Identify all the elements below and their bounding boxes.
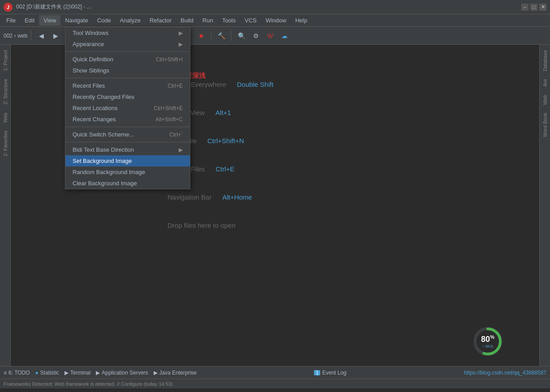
menu-analyze[interactable]: Analyze xyxy=(116,15,145,26)
terminal-label: Terminal xyxy=(70,370,90,376)
app-logo: J xyxy=(4,3,13,12)
menu-view[interactable]: View xyxy=(39,15,60,26)
sidebar-tab-favorites[interactable]: 2: Favorites xyxy=(1,127,9,160)
w-button[interactable]: W xyxy=(264,30,276,42)
menu-appearance[interactable]: Appearance ▶ xyxy=(65,38,190,50)
right-sidebar: Database Ant Web Word Book xyxy=(539,45,550,366)
todo-label: 6: TODO xyxy=(9,370,30,376)
gauge: 80% ↑ 0K/s xyxy=(472,326,503,357)
menu-file[interactable]: File xyxy=(2,15,20,26)
title-bar-title: 002 [D:\新建文件夹 (2)\002] - ... xyxy=(16,3,91,11)
sidebar-tab-web[interactable]: Web xyxy=(1,109,9,126)
separator xyxy=(65,127,190,127)
gauge-text: 80% ↑ 0K/s xyxy=(481,335,494,349)
sidebar-tab-ant[interactable]: Ant xyxy=(541,76,549,90)
app-servers-label: Application Servers xyxy=(102,370,148,376)
menu-navigate[interactable]: Navigate xyxy=(60,15,92,26)
status-bar: ≡ 6: TODO ● Statistic ▶ Terminal ▶ Appli… xyxy=(0,366,550,379)
toolbar-separator xyxy=(231,30,232,41)
menu-quick-definition[interactable]: Quick Definition Ctrl+Shift+I xyxy=(65,54,190,65)
menu-window[interactable]: Window xyxy=(261,15,291,26)
title-bar-left: J 002 [D:\新建文件夹 (2)\002] - ... xyxy=(4,3,91,12)
forward-button[interactable]: ▶ xyxy=(49,30,62,42)
status-todo[interactable]: ≡ 6: TODO xyxy=(4,370,30,376)
toolbar-separator xyxy=(211,30,211,41)
maximize-button[interactable]: □ xyxy=(530,4,537,11)
separator xyxy=(65,78,190,78)
separator xyxy=(65,142,190,142)
app-servers-icon: ▶ xyxy=(96,370,100,376)
toolbar-separator xyxy=(31,30,31,41)
menu-random-background[interactable]: Random Background Image xyxy=(65,166,190,178)
sidebar-tab-web-right[interactable]: Web xyxy=(541,91,549,108)
breadcrumb-web: web xyxy=(17,33,27,39)
close-button[interactable]: ✕ xyxy=(539,4,546,11)
gauge-percent-sign: % xyxy=(490,334,494,340)
cloud-button[interactable]: ☁ xyxy=(278,30,291,42)
left-sidebar: 1: Project Z: Structure Web 2: Favorites xyxy=(0,45,11,366)
menu-recent-files[interactable]: Recent Files Ctrl+E xyxy=(65,80,190,91)
event-log-label: Event Log xyxy=(322,370,346,376)
submenu-arrow: ▶ xyxy=(179,147,183,153)
menu-bidi-text[interactable]: Bidi Text Base Direction ▶ xyxy=(65,144,190,155)
menu-clear-background[interactable]: Clear Background Image xyxy=(65,178,190,189)
menu-recent-changes[interactable]: Recent Changes Alt+Shift+C xyxy=(65,114,190,125)
sidebar-tab-project[interactable]: 1: Project xyxy=(1,47,9,74)
menu-help[interactable]: Help xyxy=(291,15,312,26)
java-enterprise-label: Java Enterprise xyxy=(159,370,197,376)
menu-tool-windows[interactable]: Tool Windows ▶ xyxy=(65,27,190,38)
sidebar-tab-wordbook[interactable]: Word Book xyxy=(541,109,549,141)
back-button[interactable]: ◀ xyxy=(35,30,47,42)
menu-tools[interactable]: Tools xyxy=(218,15,240,26)
menu-recent-locations[interactable]: Recent Locations Ctrl+Shift+E xyxy=(65,102,190,114)
menu-vcs[interactable]: VCS xyxy=(240,15,261,26)
menu-build[interactable]: Build xyxy=(176,15,198,26)
submenu-arrow: ▶ xyxy=(179,41,183,47)
build-button[interactable]: 🔨 xyxy=(215,30,228,42)
shortcut-drop-files: Drop files here to open xyxy=(168,222,274,229)
java-enterprise-icon: ▶ xyxy=(154,370,158,376)
menu-show-siblings[interactable]: Show Siblings xyxy=(65,65,190,76)
status-url[interactable]: https://blog.csdn.net/qq_43688587 xyxy=(464,370,546,376)
menu-run[interactable]: Run xyxy=(198,15,218,26)
gauge-percent-value: 80 xyxy=(481,335,490,344)
shortcut-navigation-bar: Navigation Bar Alt+Home xyxy=(168,193,274,201)
menu-code[interactable]: Code xyxy=(93,15,116,26)
menu-refactor[interactable]: Refactor xyxy=(145,15,176,26)
status-statistic[interactable]: ● Statistic xyxy=(35,370,59,376)
terminal-icon: ▶ xyxy=(64,370,69,376)
sidebar-tab-structure[interactable]: Z: Structure xyxy=(1,75,9,108)
info-bar: Frameworks Detected: Web framework is de… xyxy=(0,379,550,388)
menu-recently-changed-files[interactable]: Recently Changed Files xyxy=(65,91,190,102)
view-dropdown-menu: Tool Windows ▶ Appearance ▶ Quick Defini… xyxy=(65,27,190,189)
event-log-count: 1 xyxy=(314,370,320,375)
statistic-icon: ● xyxy=(35,370,39,376)
minimize-button[interactable]: − xyxy=(521,4,529,11)
submenu-arrow: ▶ xyxy=(179,30,183,36)
status-terminal[interactable]: ▶ Terminal xyxy=(64,370,90,376)
settings-button[interactable]: ⚙ xyxy=(249,30,262,42)
menu-edit[interactable]: Edit xyxy=(20,15,39,26)
status-app-servers[interactable]: ▶ Application Servers xyxy=(96,370,148,376)
menu-set-background[interactable]: Set Background Image xyxy=(65,155,190,166)
separator xyxy=(65,51,190,52)
sidebar-tab-database[interactable]: Database xyxy=(541,47,549,75)
info-bar-text: Frameworks Detected: Web framework is de… xyxy=(4,381,173,387)
menu-quick-switch-scheme[interactable]: Quick Switch Scheme... Ctrl+` xyxy=(65,129,190,140)
status-java-enterprise[interactable]: ▶ Java Enterprise xyxy=(154,370,197,376)
gauge-subtitle: ↑ 0K/s xyxy=(481,344,494,349)
circular-gauge: 80% ↑ 0K/s xyxy=(472,326,503,357)
search-button[interactable]: 🔍 xyxy=(235,30,248,42)
title-bar-controls: − □ ✕ xyxy=(521,4,546,11)
todo-icon: ≡ xyxy=(4,370,7,376)
status-event-log[interactable]: 1 Event Log xyxy=(314,370,346,376)
breadcrumb: 002 › web xyxy=(4,33,27,39)
title-bar: J 002 [D:\新建文件夹 (2)\002] - ... − □ ✕ xyxy=(0,0,550,14)
breadcrumb-text: 002 › xyxy=(4,33,16,39)
stop-button[interactable]: ■ xyxy=(195,30,207,42)
statistic-label: Statistic xyxy=(40,370,59,376)
menu-bar: File Edit View Navigate Code Analyze Ref… xyxy=(0,14,550,27)
